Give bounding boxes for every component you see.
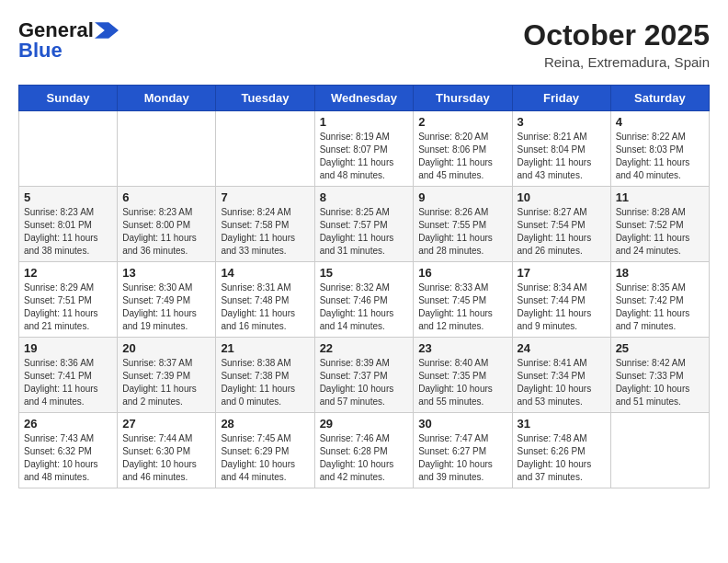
calendar-cell: 28Sunrise: 7:45 AM Sunset: 6:29 PM Dayli… bbox=[216, 413, 314, 488]
day-info: Sunrise: 8:31 AM Sunset: 7:48 PM Dayligh… bbox=[221, 282, 309, 333]
day-info: Sunrise: 8:20 AM Sunset: 8:06 PM Dayligh… bbox=[418, 131, 506, 182]
day-info: Sunrise: 8:23 AM Sunset: 8:01 PM Dayligh… bbox=[24, 206, 112, 258]
day-info: Sunrise: 8:22 AM Sunset: 8:03 PM Dayligh… bbox=[616, 131, 704, 182]
day-info: Sunrise: 8:21 AM Sunset: 8:04 PM Dayligh… bbox=[518, 131, 606, 182]
calendar-cell: 6Sunrise: 8:23 AM Sunset: 8:00 PM Daylig… bbox=[118, 187, 216, 262]
calendar-cell: 30Sunrise: 7:47 AM Sunset: 6:27 PM Dayli… bbox=[414, 413, 512, 488]
day-number: 16 bbox=[418, 266, 506, 280]
calendar-cell: 27Sunrise: 7:44 AM Sunset: 6:30 PM Dayli… bbox=[118, 413, 216, 488]
day-number: 31 bbox=[518, 417, 606, 431]
day-info: Sunrise: 8:19 AM Sunset: 8:07 PM Dayligh… bbox=[320, 131, 409, 182]
day-number: 15 bbox=[320, 266, 409, 280]
day-number: 13 bbox=[122, 266, 210, 280]
day-info: Sunrise: 7:47 AM Sunset: 6:27 PM Dayligh… bbox=[418, 432, 506, 484]
header-sunday: Sunday bbox=[19, 86, 118, 111]
logo-icon bbox=[95, 22, 119, 39]
location-title: Reina, Extremadura, Spain bbox=[523, 54, 710, 70]
calendar-cell bbox=[118, 111, 216, 187]
day-number: 11 bbox=[616, 190, 704, 204]
day-number: 3 bbox=[518, 115, 606, 129]
day-number: 21 bbox=[221, 341, 309, 355]
day-info: Sunrise: 8:24 AM Sunset: 7:58 PM Dayligh… bbox=[221, 206, 309, 258]
calendar-cell: 15Sunrise: 8:32 AM Sunset: 7:46 PM Dayli… bbox=[314, 262, 414, 338]
week-row-3: 19Sunrise: 8:36 AM Sunset: 7:41 PM Dayli… bbox=[19, 338, 710, 413]
svg-marker-0 bbox=[95, 22, 119, 38]
header-wednesday: Wednesday bbox=[314, 86, 414, 111]
day-info: Sunrise: 8:33 AM Sunset: 7:45 PM Dayligh… bbox=[418, 282, 506, 333]
day-info: Sunrise: 8:36 AM Sunset: 7:41 PM Dayligh… bbox=[24, 357, 112, 408]
day-number: 29 bbox=[320, 417, 409, 431]
day-info: Sunrise: 8:32 AM Sunset: 7:46 PM Dayligh… bbox=[320, 282, 409, 333]
calendar-cell: 25Sunrise: 8:42 AM Sunset: 7:33 PM Dayli… bbox=[610, 338, 709, 413]
day-info: Sunrise: 8:34 AM Sunset: 7:44 PM Dayligh… bbox=[518, 282, 606, 333]
day-number: 26 bbox=[24, 417, 112, 431]
day-number: 5 bbox=[24, 190, 112, 204]
day-info: Sunrise: 8:29 AM Sunset: 7:51 PM Dayligh… bbox=[24, 282, 112, 333]
day-number: 27 bbox=[122, 417, 210, 431]
day-number: 22 bbox=[320, 341, 409, 355]
calendar-table: SundayMondayTuesdayWednesdayThursdayFrid… bbox=[18, 85, 710, 488]
calendar-cell: 19Sunrise: 8:36 AM Sunset: 7:41 PM Dayli… bbox=[19, 338, 118, 413]
calendar-cell: 23Sunrise: 8:40 AM Sunset: 7:35 PM Dayli… bbox=[414, 338, 512, 413]
calendar-cell: 2Sunrise: 8:20 AM Sunset: 8:06 PM Daylig… bbox=[414, 111, 512, 187]
day-number: 10 bbox=[518, 190, 606, 204]
day-number: 30 bbox=[418, 417, 506, 431]
day-number: 23 bbox=[418, 341, 506, 355]
day-info: Sunrise: 8:30 AM Sunset: 7:49 PM Dayligh… bbox=[122, 282, 210, 333]
week-row-2: 12Sunrise: 8:29 AM Sunset: 7:51 PM Dayli… bbox=[19, 262, 710, 338]
day-number: 19 bbox=[24, 341, 112, 355]
header-friday: Friday bbox=[512, 86, 610, 111]
day-info: Sunrise: 8:37 AM Sunset: 7:39 PM Dayligh… bbox=[122, 357, 210, 408]
calendar-cell: 4Sunrise: 8:22 AM Sunset: 8:03 PM Daylig… bbox=[610, 111, 709, 187]
day-number: 28 bbox=[221, 417, 309, 431]
calendar-cell: 22Sunrise: 8:39 AM Sunset: 7:37 PM Dayli… bbox=[314, 338, 414, 413]
day-number: 4 bbox=[616, 115, 704, 129]
day-info: Sunrise: 8:27 AM Sunset: 7:54 PM Dayligh… bbox=[518, 206, 606, 258]
day-info: Sunrise: 8:39 AM Sunset: 7:37 PM Dayligh… bbox=[320, 357, 409, 408]
calendar-cell: 18Sunrise: 8:35 AM Sunset: 7:42 PM Dayli… bbox=[610, 262, 709, 338]
day-info: Sunrise: 8:42 AM Sunset: 7:33 PM Dayligh… bbox=[616, 357, 704, 408]
day-number: 14 bbox=[221, 266, 309, 280]
calendar-cell bbox=[610, 413, 709, 488]
month-title: October 2025 bbox=[523, 18, 710, 52]
day-info: Sunrise: 7:43 AM Sunset: 6:32 PM Dayligh… bbox=[24, 432, 112, 484]
day-number: 12 bbox=[24, 266, 112, 280]
calendar-cell: 20Sunrise: 8:37 AM Sunset: 7:39 PM Dayli… bbox=[118, 338, 216, 413]
calendar-cell: 11Sunrise: 8:28 AM Sunset: 7:52 PM Dayli… bbox=[610, 187, 709, 262]
calendar-cell: 9Sunrise: 8:26 AM Sunset: 7:55 PM Daylig… bbox=[414, 187, 512, 262]
logo: General Blue bbox=[18, 18, 119, 63]
day-info: Sunrise: 7:44 AM Sunset: 6:30 PM Dayligh… bbox=[122, 432, 210, 484]
day-number: 2 bbox=[418, 115, 506, 129]
logo-blue: Blue bbox=[18, 39, 63, 63]
calendar-cell: 12Sunrise: 8:29 AM Sunset: 7:51 PM Dayli… bbox=[19, 262, 118, 338]
calendar-cell: 7Sunrise: 8:24 AM Sunset: 7:58 PM Daylig… bbox=[216, 187, 314, 262]
calendar-cell: 16Sunrise: 8:33 AM Sunset: 7:45 PM Dayli… bbox=[414, 262, 512, 338]
calendar-cell bbox=[216, 111, 314, 187]
day-number: 1 bbox=[320, 115, 409, 129]
day-number: 25 bbox=[616, 341, 704, 355]
day-number: 8 bbox=[320, 190, 409, 204]
header-saturday: Saturday bbox=[610, 86, 709, 111]
day-number: 6 bbox=[122, 190, 210, 204]
day-info: Sunrise: 8:41 AM Sunset: 7:34 PM Dayligh… bbox=[518, 357, 606, 408]
day-number: 7 bbox=[221, 190, 309, 204]
day-info: Sunrise: 8:35 AM Sunset: 7:42 PM Dayligh… bbox=[616, 282, 704, 333]
calendar-cell: 21Sunrise: 8:38 AM Sunset: 7:38 PM Dayli… bbox=[216, 338, 314, 413]
calendar-cell: 24Sunrise: 8:41 AM Sunset: 7:34 PM Dayli… bbox=[512, 338, 610, 413]
week-row-0: 1Sunrise: 8:19 AM Sunset: 8:07 PM Daylig… bbox=[19, 111, 710, 187]
day-info: Sunrise: 8:40 AM Sunset: 7:35 PM Dayligh… bbox=[418, 357, 506, 408]
calendar-cell: 13Sunrise: 8:30 AM Sunset: 7:49 PM Dayli… bbox=[118, 262, 216, 338]
day-info: Sunrise: 7:48 AM Sunset: 6:26 PM Dayligh… bbox=[518, 432, 606, 484]
calendar-cell: 3Sunrise: 8:21 AM Sunset: 8:04 PM Daylig… bbox=[512, 111, 610, 187]
day-info: Sunrise: 8:28 AM Sunset: 7:52 PM Dayligh… bbox=[616, 206, 704, 258]
day-info: Sunrise: 7:46 AM Sunset: 6:28 PM Dayligh… bbox=[320, 432, 409, 484]
day-info: Sunrise: 8:23 AM Sunset: 8:00 PM Dayligh… bbox=[122, 206, 210, 258]
calendar-cell: 10Sunrise: 8:27 AM Sunset: 7:54 PM Dayli… bbox=[512, 187, 610, 262]
calendar-cell: 26Sunrise: 7:43 AM Sunset: 6:32 PM Dayli… bbox=[19, 413, 118, 488]
calendar-cell: 5Sunrise: 8:23 AM Sunset: 8:01 PM Daylig… bbox=[19, 187, 118, 262]
header-tuesday: Tuesday bbox=[216, 86, 314, 111]
day-number: 18 bbox=[616, 266, 704, 280]
day-number: 20 bbox=[122, 341, 210, 355]
calendar-cell: 14Sunrise: 8:31 AM Sunset: 7:48 PM Dayli… bbox=[216, 262, 314, 338]
day-info: Sunrise: 8:26 AM Sunset: 7:55 PM Dayligh… bbox=[418, 206, 506, 258]
